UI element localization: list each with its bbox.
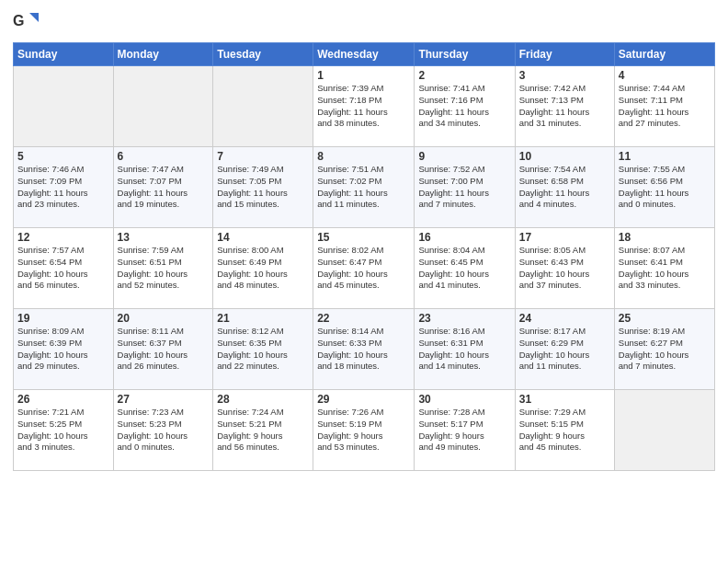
calendar-week-row: 26Sunrise: 7:21 AM Sunset: 5:25 PM Dayli… — [14, 390, 715, 471]
logo-icon: G — [13, 9, 39, 35]
day-info: Sunrise: 7:49 AM Sunset: 7:05 PM Dayligh… — [217, 164, 309, 211]
calendar-day-cell: 6Sunrise: 7:47 AM Sunset: 7:07 PM Daylig… — [113, 147, 213, 228]
calendar-day-cell: 25Sunrise: 8:19 AM Sunset: 6:27 PM Dayli… — [614, 309, 714, 390]
day-number: 17 — [519, 231, 610, 244]
day-info: Sunrise: 7:51 AM Sunset: 7:02 PM Dayligh… — [317, 164, 410, 211]
day-info: Sunrise: 8:07 AM Sunset: 6:41 PM Dayligh… — [619, 245, 711, 292]
day-number: 21 — [217, 312, 309, 325]
day-number: 20 — [118, 312, 210, 325]
calendar-day-cell: 19Sunrise: 8:09 AM Sunset: 6:39 PM Dayli… — [14, 309, 114, 390]
calendar-day-header: Tuesday — [213, 43, 313, 66]
calendar-day-cell: 26Sunrise: 7:21 AM Sunset: 5:25 PM Dayli… — [14, 390, 114, 471]
day-number: 23 — [418, 312, 510, 325]
calendar-day-cell: 28Sunrise: 7:24 AM Sunset: 5:21 PM Dayli… — [213, 390, 313, 471]
calendar-day-header: Thursday — [415, 43, 515, 66]
day-number: 26 — [17, 393, 109, 406]
day-number: 15 — [317, 231, 410, 244]
day-number: 4 — [619, 69, 711, 82]
day-info: Sunrise: 8:04 AM Sunset: 6:45 PM Dayligh… — [418, 245, 510, 292]
calendar-day-cell: 29Sunrise: 7:26 AM Sunset: 5:19 PM Dayli… — [313, 390, 415, 471]
calendar-day-cell: 20Sunrise: 8:11 AM Sunset: 6:37 PM Dayli… — [113, 309, 213, 390]
day-info: Sunrise: 7:57 AM Sunset: 6:54 PM Dayligh… — [17, 245, 109, 292]
day-number: 1 — [317, 69, 410, 82]
day-number: 18 — [619, 231, 711, 244]
calendar-day-cell: 27Sunrise: 7:23 AM Sunset: 5:23 PM Dayli… — [113, 390, 213, 471]
day-number: 11 — [619, 150, 711, 163]
day-number: 19 — [17, 312, 109, 325]
day-info: Sunrise: 8:16 AM Sunset: 6:31 PM Dayligh… — [418, 326, 510, 373]
day-number: 27 — [118, 393, 210, 406]
day-info: Sunrise: 7:21 AM Sunset: 5:25 PM Dayligh… — [17, 407, 109, 454]
day-info: Sunrise: 7:26 AM Sunset: 5:19 PM Dayligh… — [317, 407, 410, 454]
day-info: Sunrise: 7:24 AM Sunset: 5:21 PM Dayligh… — [217, 407, 309, 454]
day-number: 2 — [418, 69, 510, 82]
calendar-day-cell — [213, 66, 313, 147]
day-info: Sunrise: 8:09 AM Sunset: 6:39 PM Dayligh… — [17, 326, 109, 373]
day-number: 7 — [217, 150, 309, 163]
calendar-day-header: Saturday — [614, 43, 714, 66]
day-number: 28 — [217, 393, 309, 406]
day-number: 25 — [619, 312, 711, 325]
day-info: Sunrise: 8:00 AM Sunset: 6:49 PM Dayligh… — [217, 245, 309, 292]
svg-marker-1 — [29, 13, 39, 22]
day-number: 13 — [118, 231, 210, 244]
day-number: 3 — [519, 69, 610, 82]
svg-text:G: G — [13, 13, 24, 29]
day-number: 6 — [118, 150, 210, 163]
calendar-day-cell: 16Sunrise: 8:04 AM Sunset: 6:45 PM Dayli… — [415, 228, 515, 309]
calendar-table: SundayMondayTuesdayWednesdayThursdayFrid… — [13, 42, 715, 471]
calendar-day-cell: 1Sunrise: 7:39 AM Sunset: 7:18 PM Daylig… — [313, 66, 415, 147]
day-info: Sunrise: 8:17 AM Sunset: 6:29 PM Dayligh… — [519, 326, 610, 373]
day-info: Sunrise: 8:14 AM Sunset: 6:33 PM Dayligh… — [317, 326, 410, 373]
day-info: Sunrise: 7:42 AM Sunset: 7:13 PM Dayligh… — [519, 83, 610, 130]
calendar-day-cell: 2Sunrise: 7:41 AM Sunset: 7:16 PM Daylig… — [415, 66, 515, 147]
calendar-day-cell: 17Sunrise: 8:05 AM Sunset: 6:43 PM Dayli… — [515, 228, 614, 309]
day-info: Sunrise: 7:39 AM Sunset: 7:18 PM Dayligh… — [317, 83, 410, 130]
calendar-day-header: Sunday — [14, 43, 114, 66]
day-number: 10 — [519, 150, 610, 163]
calendar-day-cell: 13Sunrise: 7:59 AM Sunset: 6:51 PM Dayli… — [113, 228, 213, 309]
header: G — [13, 9, 715, 35]
logo: G — [13, 9, 42, 35]
calendar-day-cell: 18Sunrise: 8:07 AM Sunset: 6:41 PM Dayli… — [614, 228, 714, 309]
calendar-day-header: Friday — [515, 43, 614, 66]
day-number: 8 — [317, 150, 410, 163]
calendar-week-row: 5Sunrise: 7:46 AM Sunset: 7:09 PM Daylig… — [14, 147, 715, 228]
day-number: 31 — [519, 393, 610, 406]
day-info: Sunrise: 7:52 AM Sunset: 7:00 PM Dayligh… — [418, 164, 510, 211]
calendar-day-cell: 9Sunrise: 7:52 AM Sunset: 7:00 PM Daylig… — [415, 147, 515, 228]
calendar-header-row: SundayMondayTuesdayWednesdayThursdayFrid… — [14, 43, 715, 66]
calendar-day-cell: 22Sunrise: 8:14 AM Sunset: 6:33 PM Dayli… — [313, 309, 415, 390]
day-info: Sunrise: 7:59 AM Sunset: 6:51 PM Dayligh… — [118, 245, 210, 292]
calendar-day-cell — [14, 66, 114, 147]
calendar-day-cell: 3Sunrise: 7:42 AM Sunset: 7:13 PM Daylig… — [515, 66, 614, 147]
calendar-day-cell: 14Sunrise: 8:00 AM Sunset: 6:49 PM Dayli… — [213, 228, 313, 309]
day-info: Sunrise: 7:55 AM Sunset: 6:56 PM Dayligh… — [619, 164, 711, 211]
calendar-week-row: 1Sunrise: 7:39 AM Sunset: 7:18 PM Daylig… — [14, 66, 715, 147]
day-info: Sunrise: 7:23 AM Sunset: 5:23 PM Dayligh… — [118, 407, 210, 454]
day-number: 30 — [418, 393, 510, 406]
calendar-day-cell: 10Sunrise: 7:54 AM Sunset: 6:58 PM Dayli… — [515, 147, 614, 228]
day-info: Sunrise: 7:29 AM Sunset: 5:15 PM Dayligh… — [519, 407, 610, 454]
day-number: 22 — [317, 312, 410, 325]
calendar-day-cell: 15Sunrise: 8:02 AM Sunset: 6:47 PM Dayli… — [313, 228, 415, 309]
day-info: Sunrise: 7:47 AM Sunset: 7:07 PM Dayligh… — [118, 164, 210, 211]
calendar-week-row: 12Sunrise: 7:57 AM Sunset: 6:54 PM Dayli… — [14, 228, 715, 309]
calendar-day-cell: 7Sunrise: 7:49 AM Sunset: 7:05 PM Daylig… — [213, 147, 313, 228]
calendar-day-cell: 12Sunrise: 7:57 AM Sunset: 6:54 PM Dayli… — [14, 228, 114, 309]
calendar-day-cell: 23Sunrise: 8:16 AM Sunset: 6:31 PM Dayli… — [415, 309, 515, 390]
day-number: 16 — [418, 231, 510, 244]
calendar-day-cell — [113, 66, 213, 147]
day-number: 9 — [418, 150, 510, 163]
day-info: Sunrise: 8:12 AM Sunset: 6:35 PM Dayligh… — [217, 326, 309, 373]
calendar-day-cell: 30Sunrise: 7:28 AM Sunset: 5:17 PM Dayli… — [415, 390, 515, 471]
calendar-day-cell: 24Sunrise: 8:17 AM Sunset: 6:29 PM Dayli… — [515, 309, 614, 390]
day-info: Sunrise: 8:05 AM Sunset: 6:43 PM Dayligh… — [519, 245, 610, 292]
day-info: Sunrise: 7:28 AM Sunset: 5:17 PM Dayligh… — [418, 407, 510, 454]
day-info: Sunrise: 8:19 AM Sunset: 6:27 PM Dayligh… — [619, 326, 711, 373]
calendar-day-cell: 8Sunrise: 7:51 AM Sunset: 7:02 PM Daylig… — [313, 147, 415, 228]
calendar-day-cell: 11Sunrise: 7:55 AM Sunset: 6:56 PM Dayli… — [614, 147, 714, 228]
day-number: 14 — [217, 231, 309, 244]
calendar-day-header: Monday — [113, 43, 213, 66]
day-number: 29 — [317, 393, 410, 406]
